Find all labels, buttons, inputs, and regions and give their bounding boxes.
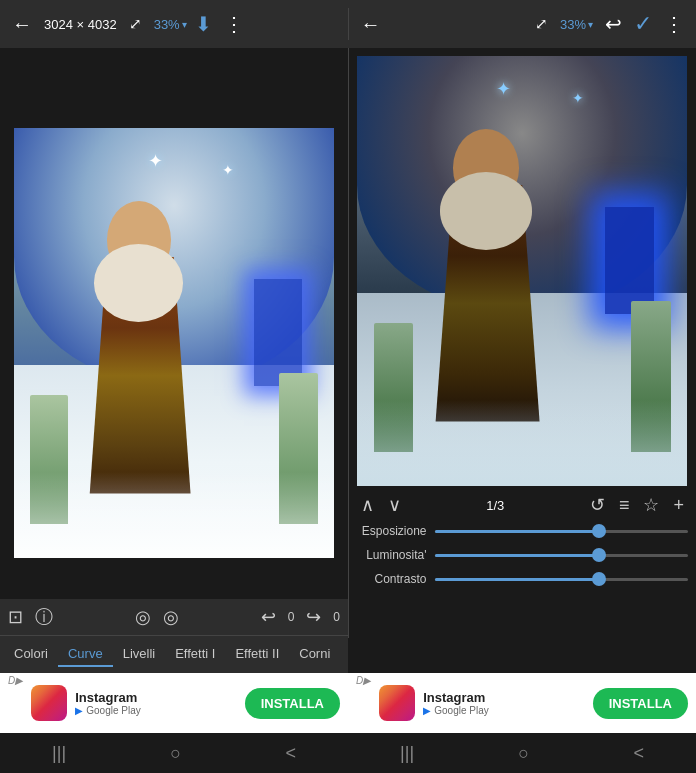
esposizione-fill <box>435 530 600 533</box>
more-menu-left[interactable]: ⋮ <box>220 8 248 40</box>
zoom-dropdown-right[interactable]: 33% ▾ <box>560 17 593 32</box>
ad-store-name-right: Google Play <box>434 705 488 716</box>
nav-back-right[interactable]: < <box>633 743 644 764</box>
preset-up-button[interactable]: ∧ <box>357 492 378 518</box>
navigation-bar: ||| ○ < ||| ○ < <box>0 733 696 773</box>
info-icon[interactable]: ⓘ <box>35 605 53 629</box>
star-3: ✦ <box>496 78 511 100</box>
image-dimensions: 3024 × 4032 <box>44 17 117 32</box>
bottom-toolbar-left: ⊡ ⓘ ◎ ◎ ↩ 0 ↪ 0 Colori Curve Livelli Eff… <box>0 599 348 673</box>
top-toolbar: ← 3024 × 4032 ⤢ 33% ▾ ⬇ ⋮ ← ⤢ 33% ▾ ↩ ✓ … <box>0 0 696 48</box>
instagram-logo-left <box>31 685 67 721</box>
tools-row: ⊡ ⓘ ◎ ◎ ↩ 0 ↪ 0 <box>0 599 348 636</box>
undo-count: 0 <box>288 610 295 624</box>
more-menu-right[interactable]: ⋮ <box>660 8 688 40</box>
luminosita-fill <box>435 554 600 557</box>
camera-icon[interactable]: ◎ <box>135 606 151 628</box>
star-2: ✦ <box>222 162 234 178</box>
toolbar-right: ← ⤢ 33% ▾ ↩ ✓ ⋮ <box>348 8 697 40</box>
redo-count: 0 <box>333 610 340 624</box>
snow-overlay-edited <box>357 400 687 486</box>
expand-icon-left[interactable]: ⤢ <box>125 11 146 37</box>
star-1: ✦ <box>148 150 163 172</box>
contrasto-fill <box>435 578 600 581</box>
instagram-logo-right <box>379 685 415 721</box>
blue-light-edited <box>605 207 655 315</box>
redo-icon[interactable]: ↪ <box>306 606 321 628</box>
play-store-icon-right: ▶ <box>423 705 431 716</box>
ad-store-name-left: Google Play <box>86 705 140 716</box>
tab-curve[interactable]: Curve <box>58 642 113 667</box>
zoom-dropdown-left[interactable]: 33% ▾ <box>154 17 187 32</box>
nav-home-right[interactable]: ○ <box>518 743 529 764</box>
snow-overlay <box>14 472 334 558</box>
ad-text-left: Instagram ▶ Google Play <box>75 690 236 716</box>
preset-down-button[interactable]: ∨ <box>384 492 405 518</box>
install-button-right[interactable]: INSTALLA <box>593 688 688 719</box>
scene-edited: ✦ ✦ <box>357 56 687 486</box>
install-button-left[interactable]: INSTALLA <box>245 688 340 719</box>
contrasto-slider[interactable] <box>435 578 689 581</box>
zoom-value-left: 33% <box>154 17 180 32</box>
esposizione-label: Esposizione <box>357 524 427 538</box>
luminosita-thumb[interactable] <box>592 548 606 562</box>
tab-colori[interactable]: Colori <box>4 642 58 667</box>
ad-badge-right: D▶ <box>356 675 371 686</box>
add-button[interactable]: + <box>669 493 688 518</box>
tab-effetti-ii[interactable]: Effetti II <box>225 642 289 667</box>
nav-menu-left[interactable]: ||| <box>52 743 66 764</box>
contrasto-row: Contrasto <box>357 572 689 586</box>
contrasto-thumb[interactable] <box>592 572 606 586</box>
expand-icon-right[interactable]: ⤢ <box>531 11 552 37</box>
nav-home-left[interactable]: ○ <box>170 743 181 764</box>
nav-left: ||| ○ < <box>0 733 348 773</box>
ad-app-name-left: Instagram <box>75 690 236 705</box>
zoom-value-right: 33% <box>560 17 586 32</box>
folder-icon[interactable]: ⊡ <box>8 606 23 628</box>
nav-right: ||| ○ < <box>348 733 696 773</box>
santa-beard-edited <box>440 172 532 249</box>
confirm-button[interactable]: ✓ <box>634 11 652 37</box>
nav-back-left[interactable]: < <box>285 743 296 764</box>
luminosita-slider[interactable] <box>435 554 689 557</box>
original-image: ✦ ✦ <box>14 128 334 558</box>
tab-more[interactable]: ≡ <box>340 642 348 667</box>
tab-corni[interactable]: Corni <box>289 642 340 667</box>
controls-toolbar: ∧ ∨ 1/3 ↺ ≡ ☆ + <box>357 492 689 518</box>
download-icon[interactable]: ⬇ <box>195 12 212 36</box>
nav-menu-right[interactable]: ||| <box>400 743 414 764</box>
luminosita-row: Luminosita' <box>357 548 689 562</box>
santa-beard-original <box>94 244 184 321</box>
ad-banner-right: D▶ Instagram ▶ Google Play INSTALLA <box>348 673 696 733</box>
chevron-down-icon-right: ▾ <box>588 19 593 30</box>
blue-light-original <box>254 279 302 387</box>
back-button-left[interactable]: ← <box>8 9 36 40</box>
esposizione-thumb[interactable] <box>592 524 606 538</box>
left-panel: ✦ ✦ <box>0 48 348 638</box>
luminosita-label: Luminosita' <box>357 548 427 562</box>
contrasto-label: Contrasto <box>357 572 427 586</box>
back-button-right[interactable]: ← <box>357 9 385 40</box>
ad-app-name-right: Instagram <box>423 690 584 705</box>
toolbar-left: ← 3024 × 4032 ⤢ 33% ▾ ⬇ ⋮ <box>0 8 348 40</box>
favorites-button[interactable]: ☆ <box>639 492 663 518</box>
esposizione-slider[interactable] <box>435 530 689 533</box>
right-panel: ✦ ✦ ∧ ∨ 1/3 ↺ ≡ ☆ + Esposizione <box>349 48 697 638</box>
edited-image: ✦ ✦ <box>357 56 687 486</box>
ad-banner-left: D▶ Instagram ▶ Google Play INSTALLA <box>0 673 348 733</box>
share-icon[interactable]: ◎ <box>163 606 179 628</box>
play-store-icon-left: ▶ <box>75 705 83 716</box>
main-area: ✦ ✦ ✦ ✦ <box>0 48 696 638</box>
history-button[interactable]: ↺ <box>586 492 609 518</box>
ad-store-left: ▶ Google Play <box>75 705 236 716</box>
filter-list-button[interactable]: ≡ <box>615 493 634 518</box>
tab-livelli[interactable]: Livelli <box>113 642 166 667</box>
rotate-icon[interactable]: ↩ <box>601 8 626 40</box>
ad-text-right: Instagram ▶ Google Play <box>423 690 584 716</box>
filter-tabs: Colori Curve Livelli Effetti I Effetti I… <box>0 636 348 673</box>
scene-original: ✦ ✦ <box>14 128 334 558</box>
edit-controls: ∧ ∨ 1/3 ↺ ≡ ☆ + Esposizione Luminosita' <box>349 486 697 638</box>
chevron-down-icon-left: ▾ <box>182 19 187 30</box>
tab-effetti-i[interactable]: Effetti I <box>165 642 225 667</box>
undo-icon[interactable]: ↩ <box>261 606 276 628</box>
